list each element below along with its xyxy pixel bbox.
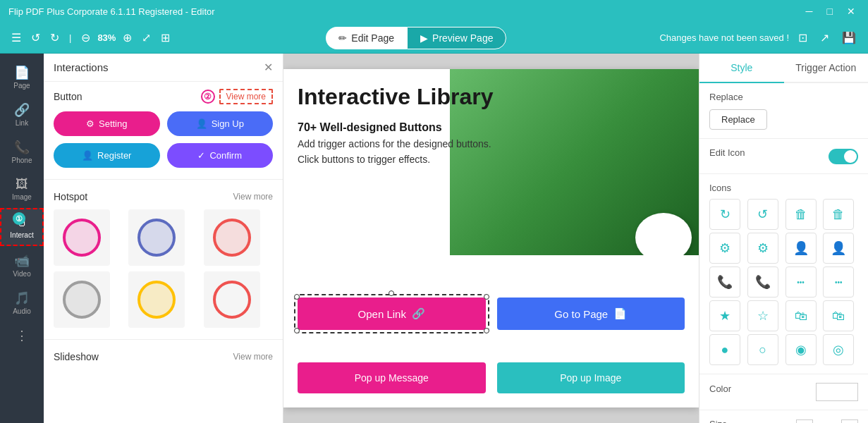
page-icon: 📄 <box>613 307 627 320</box>
icon-bag-outline[interactable]: 🛍 <box>823 300 854 331</box>
color-row: Color <box>709 383 858 401</box>
divider-2 <box>44 339 283 340</box>
view-more-hotspot-btn[interactable]: View more <box>233 192 273 202</box>
hotspot-circle-3 <box>213 219 251 257</box>
register-button[interactable]: 👤 Register <box>54 143 160 168</box>
icon-gear-solid[interactable]: ⚙ <box>709 233 740 264</box>
share-button[interactable]: ↗ <box>817 29 833 47</box>
hotspot-item-3[interactable] <box>204 209 260 266</box>
interactions-panel: Interactions ✕ Button ② View more ⚙ Sett… <box>44 54 283 423</box>
sidebar-item-more[interactable]: ⋮ <box>0 322 44 349</box>
icon-person-solid[interactable]: 👤 <box>786 233 817 264</box>
icon-trash-solid[interactable]: 🗑 <box>786 199 817 230</box>
sidebar-item-phone[interactable]: 📞 Phone <box>0 134 44 170</box>
size-decrease-button[interactable]: − <box>796 419 813 424</box>
icon-trash-outline[interactable]: 🗑 <box>823 199 854 230</box>
hotspot-section-title: Hotspot <box>54 191 87 202</box>
toolbar-right: Changes have not been saved ! ⊡ ↗ 💾 <box>659 29 860 47</box>
undo-button[interactable]: ↺ <box>28 28 43 47</box>
sidebar-item-interact[interactable]: ① 🖱 Interact <box>0 208 44 246</box>
hotspot-item-4[interactable] <box>54 271 110 328</box>
left-sidebar: 📄 Page 🔗 Link 📞 Phone 🖼 Image ① 🖱 Intera… <box>0 54 44 423</box>
sidebar-item-image[interactable]: 🖼 Image <box>0 171 44 207</box>
close-button[interactable]: ✕ <box>843 4 860 18</box>
maximize-button[interactable]: □ <box>823 4 837 18</box>
sidebar-item-link[interactable]: 🔗 Link <box>0 97 44 133</box>
handle-top <box>389 290 394 296</box>
sidebar-item-video[interactable]: 📹 Video <box>0 247 44 283</box>
zoom-in-button[interactable]: ⊕ <box>120 28 135 47</box>
handle-bl <box>294 328 300 333</box>
zoom-out-button[interactable]: ⊖ <box>78 28 93 47</box>
divider-1 <box>44 179 283 180</box>
right-panel-tabs: Style Trigger Action <box>699 54 868 83</box>
icon-circle-2[interactable]: ○ <box>747 334 778 365</box>
right-panel: Style Trigger Action Replace Replace Edi… <box>699 54 868 423</box>
export-button[interactable]: ⊡ <box>795 29 811 47</box>
edit-icon-row: Edit Icon <box>709 147 858 165</box>
hotspot-circle-4 <box>63 281 101 319</box>
main-layout: 📄 Page 🔗 Link 📞 Phone 🖼 Image ① 🖱 Intera… <box>0 54 868 423</box>
image-icon: 🖼 <box>16 177 28 192</box>
canvas-text-area: Interactive Library 70+ Well-designed Bu… <box>298 83 526 169</box>
icon-circle-4[interactable]: ◎ <box>823 334 854 365</box>
view-more-button-btn[interactable]: View more <box>219 89 273 104</box>
view-more-slideshow-btn[interactable]: View more <box>233 352 273 362</box>
trigger-action-tab[interactable]: Trigger Action <box>784 54 869 82</box>
expand-button[interactable]: ⤢ <box>139 28 154 47</box>
menu-button[interactable]: ☰ <box>8 28 24 47</box>
popup-message-canvas-btn[interactable]: Pop up Message <box>298 362 486 393</box>
sidebar-item-audio[interactable]: 🎵 Audio <box>0 285 44 321</box>
confirm-icon: ✓ <box>197 150 205 161</box>
button-section-title: Button <box>54 91 82 102</box>
replace-button[interactable]: Replace <box>709 109 767 130</box>
confirm-button[interactable]: ✓ Confirm <box>167 143 274 168</box>
link-icon: 🔗 <box>14 102 30 118</box>
edit-icon-toggle[interactable] <box>829 149 858 164</box>
icon-circle-3[interactable]: ◉ <box>786 334 817 365</box>
icon-refresh-outline[interactable]: ↺ <box>747 199 778 230</box>
panel-close-button[interactable]: ✕ <box>264 61 273 74</box>
preview-page-tab[interactable]: ▶ Preview Page <box>407 27 506 49</box>
sidebar-item-label-link: Link <box>16 119 28 127</box>
go-to-page-canvas-btn[interactable]: Go to Page 📄 <box>497 298 685 330</box>
size-increase-button[interactable]: + <box>841 419 858 424</box>
popup-image-canvas-btn[interactable]: Pop up Image <box>497 362 685 393</box>
icon-dots-solid[interactable]: ••• <box>786 266 817 298</box>
icon-person-outline[interactable]: 👤 <box>823 233 854 264</box>
open-link-canvas-btn[interactable]: Open Link 🔗 <box>298 298 486 330</box>
style-tab[interactable]: Style <box>699 54 784 83</box>
page-canvas[interactable]: Interactive Library 70+ Well-designed Bu… <box>283 69 699 407</box>
hotspot-section-header: Hotspot View more <box>54 191 273 202</box>
signup-button[interactable]: 👤 Sign Up <box>167 111 274 136</box>
minimize-button[interactable]: ─ <box>802 4 817 18</box>
icon-gear-outline[interactable]: ⚙ <box>747 233 778 264</box>
edit-page-tab[interactable]: ✏ Edit Page <box>326 27 407 49</box>
slideshow-section-title: Slideshow <box>54 351 99 362</box>
icon-star-solid[interactable]: ★ <box>709 300 740 331</box>
icon-phone-solid[interactable]: 📞 <box>709 266 740 298</box>
save-button[interactable]: 💾 <box>838 29 860 47</box>
go-to-page-label: Go to Page <box>554 308 608 320</box>
hotspot-item-6[interactable] <box>204 271 260 328</box>
setting-button[interactable]: ⚙ Setting <box>54 111 160 136</box>
grid-button[interactable]: ⊞ <box>158 28 173 47</box>
icon-dots-outline[interactable]: ••• <box>823 266 854 298</box>
hotspot-grid <box>54 209 273 328</box>
hotspot-item-2[interactable] <box>128 209 185 266</box>
icon-bag-solid[interactable]: 🛍 <box>786 300 817 331</box>
setting-icon: ⚙ <box>86 118 94 129</box>
color-swatch[interactable] <box>816 383 858 401</box>
icon-circle-1[interactable]: ● <box>709 334 740 365</box>
button-badge: ② <box>201 90 215 104</box>
icon-star-outline[interactable]: ☆ <box>747 300 778 331</box>
hotspot-item-5[interactable] <box>128 271 185 328</box>
sidebar-item-page[interactable]: 📄 Page <box>0 59 44 95</box>
icons-section: Icons ↻ ↺ 🗑 🗑 ⚙ ⚙ 👤 👤 📞 📞 ••• ••• ★ ☆ 🛍 … <box>699 174 868 374</box>
hotspot-item-1[interactable] <box>54 209 110 266</box>
redo-button[interactable]: ↻ <box>47 28 62 47</box>
sidebar-item-label-audio: Audio <box>13 307 31 315</box>
icon-refresh-solid[interactable]: ↻ <box>709 199 740 230</box>
icon-phone-outline[interactable]: 📞 <box>747 266 778 298</box>
size-controls: − 24 + <box>796 419 858 424</box>
